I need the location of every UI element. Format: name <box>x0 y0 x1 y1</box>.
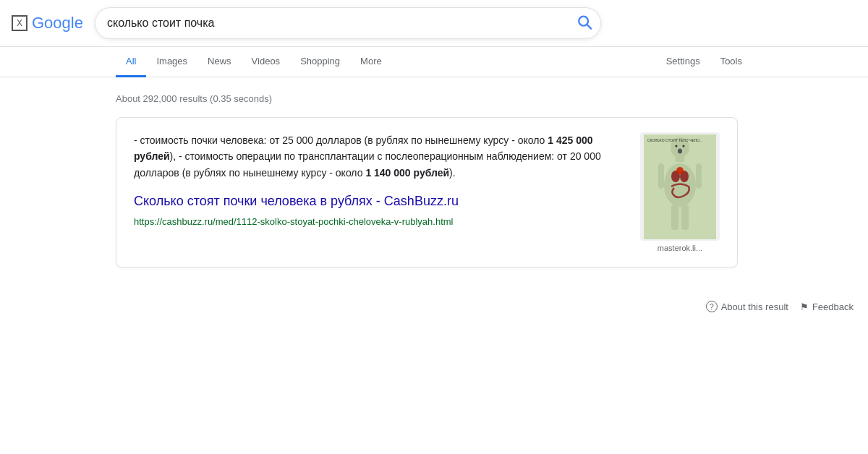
result-bold-2: 1 140 000 рублей <box>365 167 449 179</box>
svg-rect-9 <box>681 205 689 230</box>
header: X Google <box>0 0 868 47</box>
result-text-area: - стоимость почки человека: от 25 000 до… <box>134 132 629 252</box>
nav-tabs: All Images News Videos Shopping More Set… <box>0 47 868 77</box>
feedback-icon: ⚑ <box>800 301 809 312</box>
about-result-text: About this result <box>721 301 788 312</box>
svg-rect-8 <box>671 205 678 230</box>
search-icon <box>576 14 592 30</box>
tab-settings[interactable]: Settings <box>656 47 710 77</box>
svg-point-14 <box>683 145 685 147</box>
logo-text[interactable]: Google <box>32 14 83 33</box>
result-link-title[interactable]: Сколько стоят почки человека в рублях - … <box>134 191 629 212</box>
svg-point-13 <box>676 145 678 147</box>
search-input[interactable] <box>95 7 601 39</box>
body-illustration: СКОЛЬКО СТОИТ ТЕЛО ЧЕЛО... <box>644 134 716 239</box>
tab-news[interactable]: News <box>197 47 242 77</box>
logo-area: X Google <box>12 14 83 33</box>
result-image-area: СКОЛЬКО СТОИТ ТЕЛО ЧЕЛО... masterok.li..… <box>640 132 720 252</box>
result-body-text-3: ). <box>449 167 456 179</box>
about-result-item[interactable]: ? About this result <box>706 301 788 312</box>
logo-icon: X <box>12 15 27 31</box>
tab-tools[interactable]: Tools <box>710 47 752 77</box>
result-image-caption: masterok.li... <box>658 244 702 252</box>
feedback-text: Feedback <box>812 301 854 312</box>
results-info: About 292,000 results (0.35 seconds) <box>116 85 752 117</box>
tab-shopping[interactable]: Shopping <box>290 47 350 77</box>
main-content: About 292,000 results (0.35 seconds) - с… <box>0 77 868 294</box>
footer-bar: ? About this result ⚑ Feedback <box>0 294 868 320</box>
tab-images[interactable]: Images <box>146 47 197 77</box>
result-card: - стоимость почки человека: от 25 000 до… <box>116 117 738 267</box>
tab-more[interactable]: More <box>350 47 392 77</box>
svg-line-1 <box>587 25 591 29</box>
result-link: Сколько стоят почки человека в рублях - … <box>134 191 629 230</box>
tab-all[interactable]: All <box>116 47 146 77</box>
result-link-url: https://cashbuzz.ru/med/1112-skolko-stoy… <box>134 216 453 227</box>
svg-rect-7 <box>696 163 702 189</box>
search-button[interactable] <box>576 14 592 33</box>
svg-point-0 <box>579 17 588 26</box>
search-bar-wrapper <box>95 7 601 39</box>
result-body: - стоимость почки человека: от 25 000 до… <box>134 132 629 181</box>
result-body-text-1: - стоимость почки человека: от 25 000 до… <box>134 134 548 146</box>
feedback-item[interactable]: ⚑ Feedback <box>800 301 854 312</box>
question-icon: ? <box>706 301 718 312</box>
svg-point-12 <box>676 167 684 174</box>
svg-point-15 <box>678 148 682 153</box>
nav-right: Settings Tools <box>656 47 752 77</box>
svg-rect-6 <box>658 163 664 189</box>
result-image-placeholder: СКОЛЬКО СТОИТ ТЕЛО ЧЕЛО... <box>640 132 720 241</box>
tab-videos[interactable]: Videos <box>242 47 291 77</box>
svg-text:СКОЛЬКО СТОИТ ТЕЛО ЧЕЛО...: СКОЛЬКО СТОИТ ТЕЛО ЧЕЛО... <box>647 138 702 142</box>
svg-rect-4 <box>676 156 684 162</box>
